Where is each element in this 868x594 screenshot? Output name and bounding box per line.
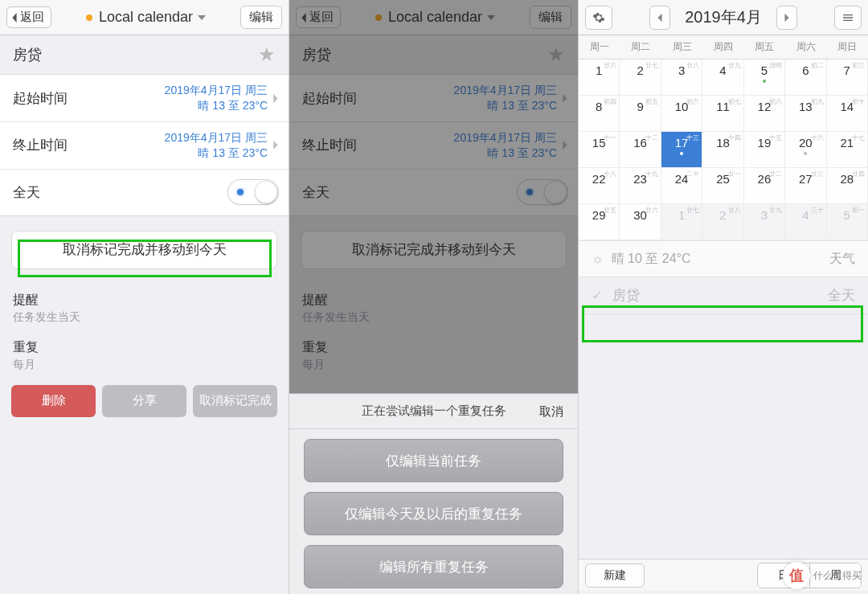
- delete-button[interactable]: 删除: [11, 385, 96, 417]
- edit-button[interactable]: 编辑: [530, 6, 571, 29]
- calendar-cell[interactable]: 廿九4: [702, 59, 743, 96]
- lunar-label: 廿三: [811, 170, 824, 178]
- calendar-cell[interactable]: 初十14: [827, 96, 868, 132]
- weather-row[interactable]: ☼ 晴 10 至 24°C 天气: [579, 240, 868, 277]
- calendar-cell[interactable]: 初五9: [620, 96, 661, 132]
- back-button[interactable]: 返回: [6, 6, 51, 28]
- watermark-badge: 值: [783, 562, 810, 589]
- calendar-selector[interactable]: Local calendar: [375, 9, 495, 26]
- menu-icon: [841, 11, 854, 24]
- calendar-cell[interactable]: 十七21: [827, 132, 868, 168]
- edit-all-button[interactable]: 编辑所有重复任务: [304, 545, 563, 588]
- calendar-cell[interactable]: 廿六30: [620, 204, 661, 240]
- lunar-label: 廿五: [604, 206, 616, 215]
- weekday-label: 周一: [579, 40, 620, 54]
- weather-text: 晴 10 至 24°C: [612, 251, 691, 268]
- watermark: 值 什么值得买: [783, 562, 862, 589]
- calendar-cell[interactable]: 廿五29: [579, 204, 620, 240]
- month-title[interactable]: 2019年4月: [674, 6, 773, 28]
- lunar-label: 廿八: [686, 61, 699, 70]
- chevron-right-icon: [272, 93, 279, 104]
- settings-button[interactable]: [585, 6, 612, 30]
- calendar-cell[interactable]: 廿八3: [661, 59, 702, 96]
- menu-button[interactable]: [834, 6, 862, 30]
- next-month-button[interactable]: [776, 6, 797, 30]
- calendar-cell[interactable]: 十二16: [620, 132, 661, 168]
- cancel-button[interactable]: 取消: [534, 400, 568, 422]
- day-number: 1: [596, 63, 602, 77]
- event-dot: [680, 152, 683, 155]
- calendar-color-dot: [86, 14, 92, 21]
- weekday-label: 周六: [785, 40, 826, 54]
- edit-button[interactable]: 编辑: [240, 6, 282, 29]
- sheet-header: 正在尝试编辑一个重复任务 取消: [289, 394, 578, 429]
- lunar-label: 初三: [852, 61, 865, 70]
- star-icon[interactable]: ★: [547, 43, 565, 66]
- repeat-value: 每月: [13, 358, 276, 372]
- calendar-cell[interactable]: 廿七1: [661, 204, 702, 240]
- back-button[interactable]: 返回: [296, 6, 341, 28]
- weekday-label: 周二: [620, 40, 661, 54]
- star-icon[interactable]: ★: [258, 43, 276, 66]
- edit-repeat-sheet: 正在尝试编辑一个重复任务 取消 仅编辑当前任务 仅编辑今天及以后的重复任务 编辑…: [289, 393, 578, 594]
- allday-label: 全天: [13, 183, 40, 202]
- lunar-label: 清明: [769, 61, 782, 70]
- calendar-cell[interactable]: 初二6: [785, 59, 826, 96]
- unmark-button[interactable]: 取消标记完成: [193, 385, 277, 417]
- end-time-row[interactable]: 终止时间 2019年4月17日 周三 晴 13 至 23°C: [0, 121, 289, 169]
- weekday-label: 周四: [702, 40, 743, 54]
- event-row[interactable]: ✓ 房贷 全天: [579, 277, 868, 314]
- toggle-on-indicator: [237, 189, 244, 195]
- lunar-label: 十九: [645, 170, 658, 178]
- calendar-cell[interactable]: 初一5: [827, 204, 868, 240]
- unmark-move-today-button[interactable]: 取消标记完成并移动到今天: [11, 231, 277, 269]
- calendar-cell[interactable]: 十六20: [785, 132, 826, 168]
- calendar-selector[interactable]: Local calendar: [86, 9, 206, 26]
- calendar-cell[interactable]: 十四18: [702, 132, 743, 168]
- calendar-cell[interactable]: 初八12: [744, 96, 785, 132]
- lunar-label: 廿七: [686, 206, 699, 215]
- calendar-cell[interactable]: 清明5: [744, 59, 785, 96]
- weather-label: 天气: [829, 251, 855, 268]
- calendar-cell[interactable]: 廿六1: [579, 59, 620, 96]
- lunar-label: 初四: [604, 97, 616, 106]
- share-button[interactable]: 分享: [102, 385, 186, 417]
- calendar-cell[interactable]: 初四8: [579, 96, 620, 132]
- calendar-cell[interactable]: 十五19: [744, 132, 785, 168]
- reminder-label: 提醒: [13, 292, 276, 309]
- calendar-cell[interactable]: 廿三27: [785, 168, 826, 204]
- lunar-label: 初八: [769, 97, 782, 106]
- calendar-cell[interactable]: 十一15: [579, 132, 620, 168]
- day-number: 2: [719, 208, 726, 222]
- sun-icon: ☼: [592, 252, 604, 266]
- edit-future-button[interactable]: 仅编辑今天及以后的重复任务: [304, 492, 563, 535]
- prev-month-button[interactable]: [649, 6, 670, 30]
- calendar-cell[interactable]: 初六10: [661, 96, 702, 132]
- calendar-cell[interactable]: 三十4: [785, 204, 826, 240]
- new-event-button[interactable]: 新建: [585, 563, 645, 588]
- lunar-label: 廿二: [769, 170, 782, 178]
- allday-toggle[interactable]: [227, 179, 279, 205]
- edit-current-only-button[interactable]: 仅编辑当前任务: [304, 439, 563, 482]
- calendar-cell[interactable]: 十三17: [661, 132, 702, 168]
- calendar-cell[interactable]: 初七11: [702, 96, 743, 132]
- calendar-cell[interactable]: 初九13: [785, 96, 826, 132]
- sheet-title: 正在尝试编辑一个重复任务: [362, 404, 506, 419]
- calendar-cell[interactable]: 廿八2: [702, 204, 743, 240]
- start-time-row[interactable]: 起始时间 2019年4月17日 周三 晴 13 至 23°C: [0, 75, 289, 121]
- task-title-row: 房贷 ★: [0, 35, 289, 74]
- check-icon[interactable]: ✓: [592, 287, 603, 304]
- calendar-cell[interactable]: 初三7: [827, 59, 868, 96]
- day-number: 5: [844, 208, 850, 222]
- calendar-cell[interactable]: 二十24: [661, 168, 702, 204]
- calendar-cell[interactable]: 十九23: [620, 168, 661, 204]
- calendar-cell[interactable]: 廿二26: [744, 168, 785, 204]
- time-group: 起始时间 2019年4月17日 周三 晴 13 至 23°C 终止时间 2019…: [0, 74, 289, 216]
- calendar-cell[interactable]: 廿一25: [702, 168, 743, 204]
- calendar-cell[interactable]: 廿四28: [827, 168, 868, 204]
- start-label: 起始时间: [13, 89, 68, 108]
- calendar-cell[interactable]: 十八22: [579, 168, 620, 204]
- calendar-cell[interactable]: 廿九3: [744, 204, 785, 240]
- lunar-label: 初七: [728, 97, 741, 106]
- calendar-cell[interactable]: 廿七2: [620, 59, 661, 96]
